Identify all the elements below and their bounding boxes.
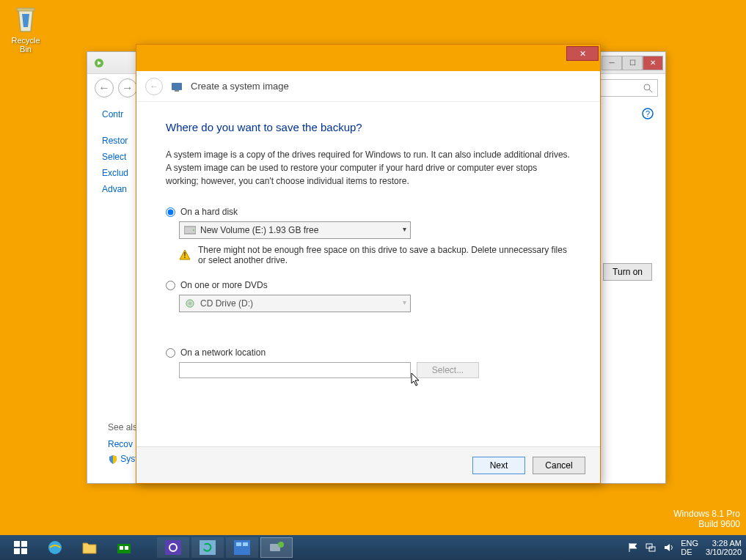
create-system-image-wizard: ✕ ← Create a system image Where do you w… [136, 44, 601, 484]
wizard-close-button[interactable]: ✕ [566, 46, 599, 61]
sync-icon [200, 540, 216, 555]
svg-rect-6 [172, 83, 182, 90]
system-image-icon [170, 80, 183, 93]
clock[interactable]: 3:28 AM 3/10/2020 [706, 539, 742, 556]
svg-rect-20 [125, 546, 128, 550]
taskbar-explorer[interactable] [73, 537, 106, 558]
dvd-option-group: On one or more DVDs CD Drive (D:) ▾ [166, 280, 571, 312]
taskbar-store[interactable] [108, 537, 140, 558]
network-label: On a network location [180, 347, 266, 358]
hard-disk-label: On a hard disk [180, 207, 238, 217]
file-history-icon [93, 57, 105, 69]
hard-disk-select[interactable]: New Volume (E:) 1.93 GB free ▾ [179, 221, 411, 239]
volume-icon[interactable] [663, 542, 673, 553]
svg-rect-18 [117, 544, 131, 553]
disc-icon [184, 299, 196, 308]
svg-rect-25 [236, 542, 241, 546]
hard-disk-option-group: On a hard disk New Volume (E:) 1.93 GB f… [166, 207, 571, 265]
chevron-down-icon: ▾ [403, 225, 406, 233]
svg-rect-15 [14, 548, 20, 554]
wizard-back-button[interactable]: ← [145, 78, 163, 95]
svg-rect-19 [120, 546, 123, 550]
taskbar-settings[interactable] [157, 537, 189, 558]
svg-text:?: ? [646, 109, 650, 118]
network-option-group: On a network location Select... [166, 347, 571, 378]
maximize-button[interactable]: ☐ [622, 56, 643, 70]
turn-on-button[interactable]: Turn on [603, 263, 652, 281]
wizard-footer: Next Cancel [136, 446, 600, 483]
svg-point-9 [193, 229, 194, 231]
svg-line-3 [649, 89, 652, 92]
network-radio-input[interactable] [166, 348, 175, 358]
dvd-label: On one or more DVDs [180, 280, 268, 290]
chevron-down-icon: ▾ [403, 298, 406, 306]
flag-icon[interactable] [628, 542, 638, 553]
svg-rect-23 [200, 540, 216, 555]
close-button[interactable]: ✕ [643, 56, 663, 70]
svg-point-2 [644, 84, 650, 90]
svg-rect-14 [21, 541, 27, 547]
taskbar-backup[interactable] [191, 537, 224, 558]
wizard-titlebar[interactable]: ✕ [136, 45, 600, 71]
language-indicator[interactable]: ENG DE [681, 539, 698, 556]
taskbar[interactable]: ENG DE 3:28 AM 3/10/2020 [0, 535, 746, 560]
svg-rect-7 [175, 90, 179, 92]
network-icon[interactable] [646, 542, 656, 553]
hard-disk-value: New Volume (E:) 1.93 GB free [200, 225, 318, 235]
svg-rect-0 [17, 8, 34, 11]
network-select-button: Select... [417, 362, 479, 378]
warning-icon: ! [179, 245, 191, 265]
start-button[interactable] [4, 537, 37, 558]
folder-icon [81, 540, 98, 555]
svg-rect-21 [165, 540, 181, 555]
search-icon [643, 83, 653, 93]
svg-rect-26 [243, 542, 248, 546]
store-icon [116, 540, 132, 555]
wizard-title-text: Create a system image [191, 81, 289, 92]
hard-disk-radio-input[interactable] [166, 207, 175, 217]
minimize-button[interactable]: ─ [601, 56, 622, 70]
wizard-content: Where do you want to save the backup? A … [136, 102, 600, 378]
wizard-heading: Where do you want to save the backup? [166, 121, 571, 133]
taskbar-control-panel[interactable] [226, 537, 258, 558]
dvd-select[interactable]: CD Drive (D:) ▾ [179, 295, 411, 312]
svg-rect-13 [14, 541, 20, 547]
next-button[interactable]: Next [472, 457, 525, 474]
drive-icon [184, 226, 196, 235]
network-radio[interactable]: On a network location [166, 347, 571, 358]
warning-text: There might not be enough free space on … [198, 245, 571, 265]
help-icon[interactable]: ? [642, 108, 654, 122]
system-tray[interactable]: ENG DE 3:28 AM 3/10/2020 [628, 539, 742, 556]
network-path-input[interactable] [179, 362, 411, 378]
watermark-line2: Build 9600 [673, 519, 740, 529]
nav-forward-button[interactable]: → [118, 78, 137, 97]
taskbar-ie[interactable] [39, 537, 71, 558]
svg-rect-16 [21, 548, 27, 554]
dvd-radio[interactable]: On one or more DVDs [166, 280, 571, 290]
windows-watermark: Windows 8.1 Pro Build 9600 [673, 509, 740, 529]
hard-disk-radio[interactable]: On a hard disk [166, 207, 571, 217]
recycle-bin[interactable]: Recycle Bin [7, 5, 44, 54]
taskbar-system-image[interactable] [260, 537, 293, 558]
recycle-bin-label: Recycle Bin [11, 36, 40, 54]
system-image-task-icon [268, 540, 285, 555]
gear-icon [165, 540, 181, 555]
wizard-description: A system image is a copy of the drives r… [166, 148, 571, 188]
watermark-line1: Windows 8.1 Pro [673, 509, 740, 519]
warning-row: ! There might not be enough free space o… [179, 245, 571, 265]
wizard-header: ← Create a system image [136, 71, 600, 102]
svg-point-12 [189, 303, 191, 305]
cancel-button[interactable]: Cancel [533, 457, 585, 474]
nav-back-button[interactable]: ← [95, 78, 114, 97]
dvd-radio-input[interactable] [166, 281, 175, 290]
svg-point-28 [278, 542, 284, 548]
shield-icon [108, 454, 118, 465]
control-panel-icon [234, 540, 250, 555]
dvd-value: CD Drive (D:) [200, 298, 253, 309]
ie-icon [47, 539, 63, 556]
recycle-bin-icon [11, 5, 40, 34]
svg-text:!: ! [183, 251, 186, 259]
